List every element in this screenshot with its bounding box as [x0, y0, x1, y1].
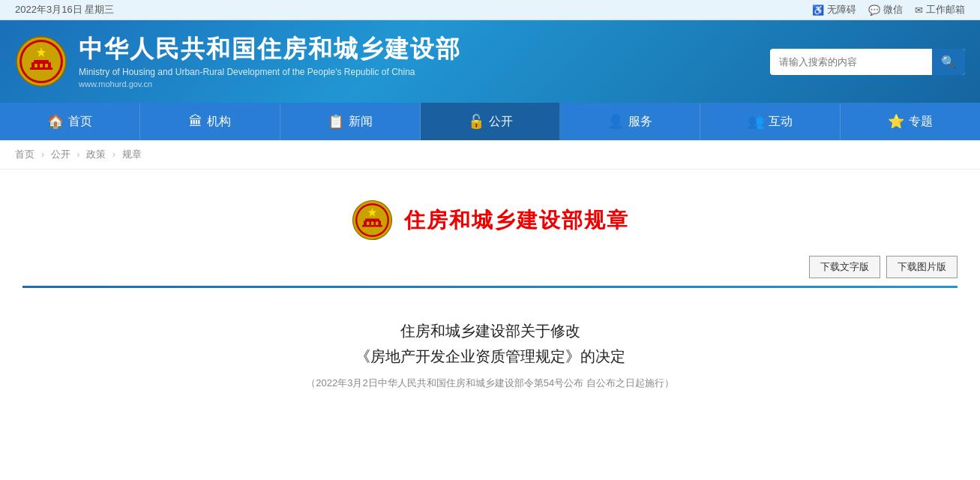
article-title: 住房和城乡建设部关于修改 《房地产开发企业资质管理规定》的决定 [30, 318, 950, 369]
main-nav: 🏠 首页 🏛 机构 📋 新闻 🔓 公开 👤 服务 👥 互动 ⭐ 专题 [0, 103, 980, 140]
service-icon: 👤 [607, 113, 624, 130]
download-image-button[interactable]: 下载图片版 [886, 256, 958, 278]
article-section: 住房和城乡建设部关于修改 《房地产开发企业资质管理规定》的决定 （2022年3月… [15, 318, 965, 390]
breadcrumb-current: 规章 [122, 148, 142, 160]
site-title-english: Ministry of Housing and Urban-Rural Deve… [79, 67, 461, 77]
nav-label-org: 机构 [207, 114, 231, 130]
search-box: 🔍 [770, 49, 965, 75]
nav-item-public[interactable]: 🔓 公开 [421, 103, 561, 140]
doc-actions: 下载文字版 下载图片版 [15, 256, 965, 278]
accessibility-icon: ♿ [812, 4, 824, 16]
email-link[interactable]: ✉ 工作邮箱 [915, 3, 965, 16]
search-input[interactable] [770, 50, 932, 74]
top-bar-right: ♿ 无障碍 💬 微信 ✉ 工作邮箱 [812, 3, 965, 16]
interact-icon: 👥 [748, 113, 764, 130]
site-url: www.mohurd.gov.cn [79, 80, 461, 88]
article-subtitle: （2022年3月2日中华人民共和国住房和城乡建设部令第54号公布 自公布之日起施… [30, 376, 950, 390]
email-icon: ✉ [915, 4, 923, 16]
svg-rect-17 [371, 222, 374, 226]
svg-rect-18 [376, 222, 379, 226]
header-left: 中华人民共和国住房和城乡建设部 Ministry of Housing and … [15, 34, 461, 88]
wechat-icon: 💬 [868, 4, 880, 16]
national-emblem [15, 35, 67, 88]
nav-label-service: 服务 [628, 114, 652, 130]
doc-emblem [352, 200, 393, 241]
breadcrumb-public[interactable]: 公开 [51, 148, 70, 160]
nav-label-news: 新闻 [349, 114, 373, 130]
main-content: 住房和城乡建设部规章 下载文字版 下载图片版 住房和城乡建设部关于修改 《房地产… [0, 170, 980, 420]
top-bar: 2022年3月16日 星期三 ♿ 无障碍 💬 微信 ✉ 工作邮箱 [0, 0, 980, 20]
doc-header-inner: 住房和城乡建设部规章 [15, 200, 965, 241]
doc-section-title: 住房和城乡建设部规章 [404, 206, 629, 235]
accessibility-link[interactable]: ♿ 无障碍 [812, 3, 856, 16]
header-right: 🔍 [770, 49, 965, 75]
svg-rect-15 [365, 219, 379, 222]
news-icon: 📋 [328, 113, 344, 130]
site-title-chinese: 中华人民共和国住房和城乡建设部 [79, 34, 461, 63]
breadcrumb-policy[interactable]: 政策 [86, 148, 106, 160]
download-text-button[interactable]: 下载文字版 [809, 256, 880, 278]
wechat-link[interactable]: 💬 微信 [868, 3, 903, 16]
nav-item-service[interactable]: 👤 服务 [560, 103, 700, 140]
org-icon: 🏛 [189, 114, 202, 130]
breadcrumb: 首页 › 公开 › 政策 › 规章 [0, 140, 980, 170]
article-title-line1: 住房和城乡建设部关于修改 [30, 318, 950, 344]
breadcrumb-sep-1: › [41, 148, 44, 160]
blue-divider [22, 286, 958, 288]
nav-item-org[interactable]: 🏛 机构 [140, 103, 280, 140]
public-icon: 🔓 [468, 113, 484, 130]
svg-rect-4 [30, 68, 52, 70]
breadcrumb-sep-2: › [76, 148, 79, 160]
breadcrumb-sep-3: › [112, 148, 115, 160]
nav-label-interact: 互动 [769, 114, 793, 130]
breadcrumb-home[interactable]: 首页 [15, 148, 34, 160]
special-icon: ⭐ [888, 113, 904, 130]
document-header: 住房和城乡建设部规章 下载文字版 下载图片版 [15, 200, 965, 288]
home-icon: 🏠 [47, 113, 64, 130]
svg-rect-5 [34, 60, 49, 63]
date-display: 2022年3月16日 星期三 [15, 3, 114, 16]
svg-rect-8 [45, 64, 48, 68]
header-title-block: 中华人民共和国住房和城乡建设部 Ministry of Housing and … [79, 34, 461, 88]
article-title-line2: 《房地产开发企业资质管理规定》的决定 [30, 344, 950, 369]
svg-rect-14 [362, 225, 382, 227]
search-button[interactable]: 🔍 [932, 49, 965, 75]
svg-rect-6 [34, 64, 37, 68]
nav-item-special[interactable]: ⭐ 专题 [841, 103, 980, 140]
nav-label-special: 专题 [909, 114, 933, 130]
svg-rect-7 [40, 64, 43, 68]
nav-label-public: 公开 [489, 114, 513, 130]
nav-item-home[interactable]: 🏠 首页 [0, 103, 140, 140]
svg-rect-16 [367, 222, 370, 226]
site-header: 中华人民共和国住房和城乡建设部 Ministry of Housing and … [0, 20, 980, 103]
nav-item-news[interactable]: 📋 新闻 [280, 103, 421, 140]
nav-item-interact[interactable]: 👥 互动 [700, 103, 841, 140]
nav-label-home: 首页 [68, 114, 92, 130]
